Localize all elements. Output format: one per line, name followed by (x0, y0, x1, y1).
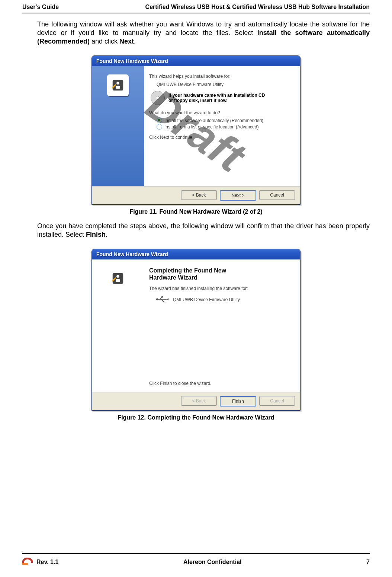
footer-rev: Rev. 1.1 (36, 559, 58, 565)
dialog1-titlebar: Found New Hardware Wizard (92, 56, 300, 66)
cancel-button: Cancel (259, 396, 295, 406)
dialog-found-new-hardware-1: Draft Found New Hardware Wizard This wiz… (91, 55, 301, 205)
dialog1-main: This wizard helps you install software f… (144, 66, 300, 186)
dialog2-line1: The wizard has finished installing the s… (149, 286, 293, 291)
svg-rect-5 (116, 279, 120, 282)
svg-point-9 (163, 301, 164, 302)
svg-point-1 (116, 82, 119, 85)
hardware-wizard-icon (107, 268, 129, 289)
p1-bold-b: Next (119, 38, 134, 45)
dialog2-close-text: Click Finish to close the wizard. (149, 381, 293, 386)
dialog1-sidepanel (92, 66, 144, 186)
p1-text-b: and click (90, 38, 119, 45)
p2-bold: Finish (86, 231, 106, 238)
alereon-logo-icon (22, 558, 33, 567)
svg-rect-2 (116, 86, 120, 89)
svg-rect-3 (113, 273, 123, 284)
dialog-found-new-hardware-2: Found New Hardware Wizard Completing the… (91, 249, 301, 411)
dialog2-device: QMI UWB Device Firmware Utility (173, 297, 240, 302)
cd-icon (151, 91, 165, 105)
dialog1-question: What do you want the wizard to do? (149, 110, 293, 115)
header-left: User's Guide (22, 4, 59, 10)
radio-selected-icon (157, 118, 162, 123)
usb-icon (156, 296, 169, 304)
svg-point-4 (116, 275, 119, 278)
dialog2-sidepanel (92, 259, 144, 392)
radio-install-list[interactable]: Install from a list or specific location… (157, 124, 293, 130)
svg-rect-8 (161, 296, 163, 297)
dialog2-button-row: < Back Finish Cancel (92, 392, 300, 410)
finish-button[interactable]: Finish (220, 396, 256, 407)
dialog1-button-row: < Back Next > Cancel (92, 186, 300, 204)
radio-opt1-label: Install the software automatically (Reco… (164, 118, 263, 123)
dialog2-heading-b: Hardware Wizard (149, 274, 293, 281)
cancel-button[interactable]: Cancel (259, 190, 295, 200)
dialog2-titlebar: Found New Hardware Wizard (92, 249, 300, 259)
figure-12-caption: Figure 12. Completing the Found New Hard… (22, 414, 370, 421)
figure-11-caption: Figure 11. Found New Hardware Wizard (2 … (22, 208, 370, 215)
radio-install-auto[interactable]: Install the software automatically (Reco… (157, 118, 293, 123)
footer-rule (22, 553, 370, 554)
dialog1-continue-text: Click Next to continue. (149, 135, 293, 140)
dialog2-main: Completing the Found New Hardware Wizard… (144, 259, 300, 392)
back-button[interactable]: < Back (181, 190, 217, 200)
dialog1-cd-line2: or floppy disk, insert it now. (168, 98, 265, 103)
radio-opt2-label: Install from a list or specific location… (164, 124, 258, 130)
paragraph-1: The following window will ask whether yo… (37, 20, 370, 46)
footer-page: 7 (366, 559, 370, 565)
back-button: < Back (181, 396, 217, 406)
p1-text-c: . (134, 38, 136, 45)
dialog2-heading-a: Completing the Found New (149, 267, 293, 274)
svg-rect-10 (22, 563, 28, 565)
radio-unselected-icon (157, 124, 162, 130)
svg-rect-0 (113, 80, 123, 91)
dialog1-cd-line1: If your hardware came with an installati… (168, 93, 265, 98)
next-button[interactable]: Next > (220, 190, 256, 201)
header-right: Certified Wireless USB Host & Certified … (145, 4, 370, 10)
dialog1-device: QMI UWB Device Firmware Utility (157, 82, 293, 87)
p2-text-b: . (106, 231, 107, 238)
footer-center: Alereon Confidential (183, 559, 241, 565)
paragraph-2: Once you have completed the steps above,… (37, 222, 370, 239)
dialog1-line1: This wizard helps you install software f… (149, 74, 293, 79)
header-rule (22, 13, 370, 13)
hardware-wizard-icon (107, 74, 129, 96)
